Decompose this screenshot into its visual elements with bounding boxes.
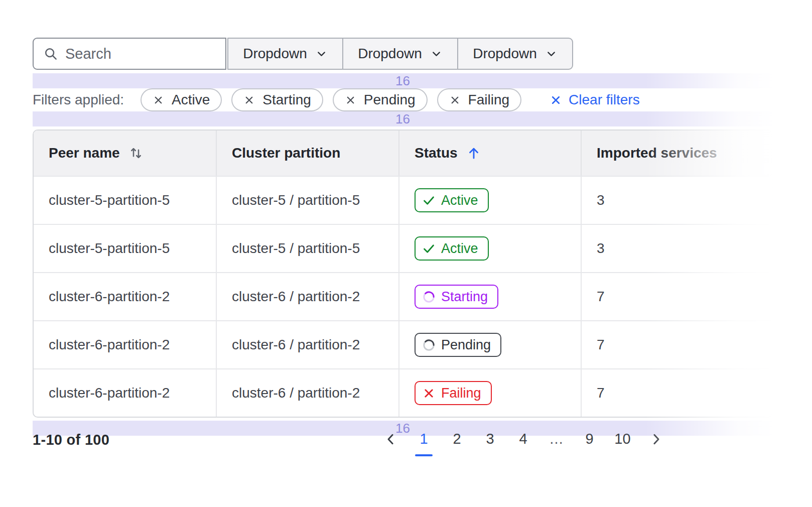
page-button-9[interactable]: 9	[579, 431, 600, 447]
pagination-ellipsis: …	[546, 431, 567, 447]
table-row: cluster-6-partition-2 cluster-6 / partit…	[34, 368, 772, 417]
dropdown-button-1[interactable]: Dropdown	[227, 38, 343, 70]
x-icon	[422, 387, 436, 400]
spacing-value: 16	[395, 73, 410, 88]
chevron-right-icon	[648, 432, 663, 447]
chevron-down-icon	[545, 48, 558, 60]
clear-icon	[550, 94, 562, 106]
cell-peer-name: cluster-5-partition-5	[34, 225, 216, 272]
cell-status: Active	[398, 225, 581, 272]
page-button-10[interactable]: 10	[612, 431, 633, 447]
status-badge-active: Active	[415, 188, 489, 212]
table-row: cluster-6-partition-2 cluster-6 / partit…	[34, 272, 772, 320]
previous-page-button[interactable]	[380, 432, 401, 447]
dismiss-icon	[449, 94, 461, 106]
clear-filters-link[interactable]: Clear filters	[550, 92, 640, 108]
dropdown-label: Dropdown	[358, 46, 422, 62]
page-button-2[interactable]: 2	[447, 431, 467, 447]
cell-status: Pending	[398, 321, 581, 368]
cell-peer-name: cluster-6-partition-2	[34, 273, 216, 320]
table-row: cluster-5-partition-5 cluster-5 / partit…	[34, 224, 772, 272]
check-icon	[422, 194, 436, 207]
next-page-button[interactable]	[645, 432, 666, 447]
cell-peer-name: cluster-6-partition-2	[34, 321, 216, 368]
search-field[interactable]	[33, 38, 226, 70]
column-header-label: Cluster partition	[232, 145, 340, 161]
pagination-range-label: 1-10 of 100	[33, 432, 109, 448]
spinner-icon	[422, 290, 436, 304]
column-header-status[interactable]: Status	[398, 131, 581, 176]
search-icon	[43, 46, 58, 61]
search-input[interactable]	[65, 46, 206, 62]
peers-table: Peer name Cluster partition Status Impor…	[33, 130, 773, 418]
cell-status: Starting	[398, 273, 581, 320]
spacing-indicator-1: 16	[33, 73, 773, 88]
table-row: cluster-6-partition-2 cluster-6 / partit…	[34, 320, 772, 368]
filter-chip-active[interactable]: Active	[141, 88, 222, 111]
cell-peer-name: cluster-5-partition-5	[34, 177, 216, 224]
cell-cluster-partition: cluster-6 / partition-2	[216, 321, 398, 368]
status-badge-label: Starting	[441, 289, 488, 305]
pagination: 1 2 3 4 … 9 10	[380, 431, 666, 447]
status-badge-pending: Pending	[415, 333, 501, 357]
cell-status: Active	[398, 177, 581, 224]
filter-chip-failing[interactable]: Failing	[437, 88, 521, 111]
dismiss-icon	[153, 94, 164, 106]
chevron-down-icon	[430, 48, 443, 60]
cell-imported-services: 7	[581, 321, 772, 368]
cell-cluster-partition: cluster-5 / partition-5	[216, 225, 398, 272]
spacing-value: 16	[395, 111, 410, 126]
filter-chip-label: Starting	[262, 92, 311, 108]
clear-filters-label: Clear filters	[569, 92, 640, 108]
spinner-icon	[422, 338, 436, 352]
status-badge-active: Active	[415, 236, 489, 261]
status-badge-failing: Failing	[415, 381, 492, 405]
page-button-4[interactable]: 4	[513, 431, 533, 447]
column-header-label: Status	[415, 145, 458, 161]
sort-icon	[128, 146, 144, 161]
cell-peer-name: cluster-6-partition-2	[34, 369, 216, 417]
status-badge-label: Pending	[441, 337, 491, 353]
column-header-peer-name[interactable]: Peer name	[34, 131, 216, 176]
filter-chip-pending[interactable]: Pending	[333, 88, 428, 111]
cell-cluster-partition: cluster-6 / partition-2	[216, 369, 398, 417]
chevron-down-icon	[315, 48, 328, 60]
column-header-imported-services: Imported services	[581, 131, 772, 176]
column-header-cluster-partition: Cluster partition	[216, 131, 398, 176]
sort-ascending-icon	[466, 146, 481, 161]
table-row: cluster-5-partition-5 cluster-5 / partit…	[34, 176, 772, 224]
column-header-label: Peer name	[49, 145, 120, 161]
cell-cluster-partition: cluster-6 / partition-2	[216, 273, 398, 320]
spacing-indicator-2: 16	[33, 111, 773, 126]
check-icon	[422, 242, 436, 256]
filter-chip-label: Active	[172, 92, 210, 108]
chevron-left-icon	[383, 432, 398, 447]
dropdown-button-3[interactable]: Dropdown	[457, 38, 573, 70]
column-header-label: Imported services	[597, 145, 717, 161]
filter-bar: Dropdown Dropdown Dropdown	[33, 38, 573, 70]
page-button-1[interactable]: 1	[414, 431, 434, 447]
filters-applied-label: Filters applied:	[33, 92, 124, 108]
cell-imported-services: 3	[581, 225, 772, 272]
peers-filter-table-page: Dropdown Dropdown Dropdown 16 Filters ap…	[0, 0, 812, 507]
applied-filters-row: Filters applied: Active Starting Pending…	[33, 88, 640, 111]
dismiss-icon	[345, 94, 356, 106]
filter-chip-starting[interactable]: Starting	[231, 88, 323, 111]
status-badge-label: Failing	[441, 386, 481, 401]
cell-imported-services: 7	[581, 273, 772, 320]
dropdown-label: Dropdown	[243, 46, 307, 62]
filter-chip-label: Failing	[468, 92, 509, 108]
status-badge-starting: Starting	[415, 285, 498, 309]
cell-cluster-partition: cluster-5 / partition-5	[216, 177, 398, 224]
table-header-row: Peer name Cluster partition Status Impor…	[34, 131, 772, 176]
status-badge-label: Active	[441, 241, 478, 257]
filter-chip-label: Pending	[364, 92, 416, 108]
dropdown-label: Dropdown	[473, 46, 537, 62]
dropdown-button-2[interactable]: Dropdown	[342, 38, 458, 70]
status-badge-label: Active	[441, 193, 478, 208]
cell-imported-services: 7	[581, 369, 772, 417]
cell-imported-services: 3	[581, 177, 772, 224]
cell-status: Failing	[398, 369, 581, 417]
dismiss-icon	[243, 94, 255, 106]
page-button-3[interactable]: 3	[480, 431, 500, 447]
